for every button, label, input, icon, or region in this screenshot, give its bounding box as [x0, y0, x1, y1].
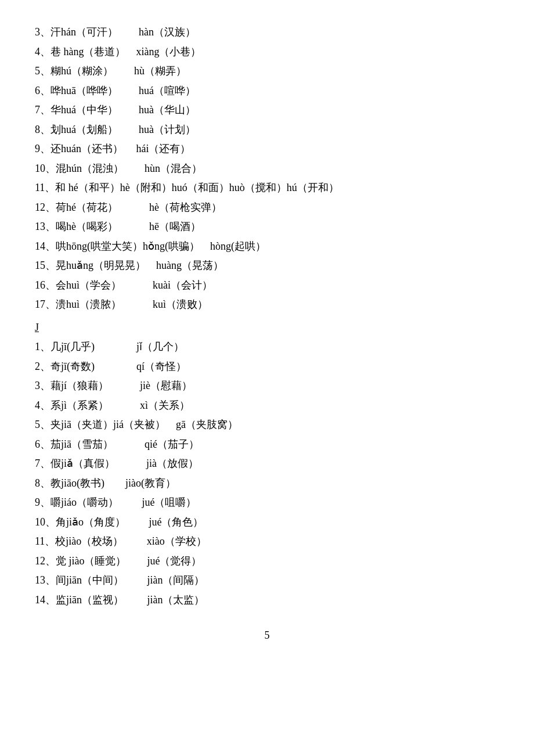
line-h11: 11、和 hé（和平）hè（附和）huó（和面）huò（搅和）hú（开和） — [35, 179, 499, 197]
line-h13: 13、喝hè（喝彩） hē（喝酒） — [35, 218, 499, 236]
line-j6: 6、茄jiā（雪茄） qié（茄子） — [35, 435, 499, 454]
line-h15: 15、晃huǎng（明晃晃） huàng（晃荡） — [35, 257, 499, 275]
line-j13: 13、间jiān（中间） jiàn（间隔） — [35, 571, 499, 590]
line-j9: 9、嚼jiáo（嚼动） jué（咀嚼） — [35, 494, 499, 512]
line-j7: 7、假jiǎ（真假） jià（放假） — [35, 455, 499, 473]
line-h4: 4、巷 hàng（巷道） xiàng（小巷） — [35, 43, 499, 62]
line-h8: 8、划huá（划船） huà（计划） — [35, 121, 499, 139]
line-h14: 14、哄hōng(哄堂大笑）hǒng(哄骗） hòng(起哄） — [35, 237, 499, 256]
line-h12: 12、荷hé（荷花） hè（荷枪实弹） — [35, 199, 499, 217]
page-number: 5 — [35, 627, 499, 645]
line-h5: 5、糊hú（糊涂） hù（糊弄） — [35, 62, 499, 81]
line-j10: 10、角jiǎo（角度） jué（角色） — [35, 513, 499, 532]
line-j2: 2、奇jī(奇数) qí（奇怪） — [35, 358, 499, 376]
line-h17: 17、溃huì（溃脓） kuì（溃败） — [35, 296, 499, 314]
line-j3: 3、藉jí（狼藉） jiè（慰藉） — [35, 377, 499, 395]
line-j8: 8、教jiāo(教书) jiào(教育） — [35, 474, 499, 493]
line-h10: 10、混hún（混浊） hùn（混合） — [35, 160, 499, 178]
line-h9: 9、还huán（还书） hái（还有） — [35, 140, 499, 159]
main-content: 3、汗hán（可汗） hàn（汉族） 4、巷 hàng（巷道） xiàng（小巷… — [35, 23, 499, 645]
line-h6: 6、哗huā（哗哗） huá（喧哗） — [35, 82, 499, 100]
line-j12: 12、觉 jiào（睡觉） jué（觉得） — [35, 552, 499, 571]
line-j11: 11、校jiào（校场） xiào（学校） — [35, 532, 499, 551]
line-j14: 14、监jiān（监视） jiàn（太监） — [35, 591, 499, 610]
line-h3: 3、汗hán（可汗） hàn（汉族） — [35, 23, 499, 42]
line-j5: 5、夹jiā（夹道）jiá（夹被） gā（夹肢窝） — [35, 416, 499, 434]
line-j1: 1、几jī(几乎) jǐ（几个） — [35, 338, 499, 357]
line-j4: 4、系jì（系紧） xì（关系） — [35, 397, 499, 415]
line-h16: 16、会huì（学会） kuài（会计） — [35, 276, 499, 295]
section-j-header: J — [35, 319, 499, 337]
line-h7: 7、华huá（中华） huà（华山） — [35, 101, 499, 120]
